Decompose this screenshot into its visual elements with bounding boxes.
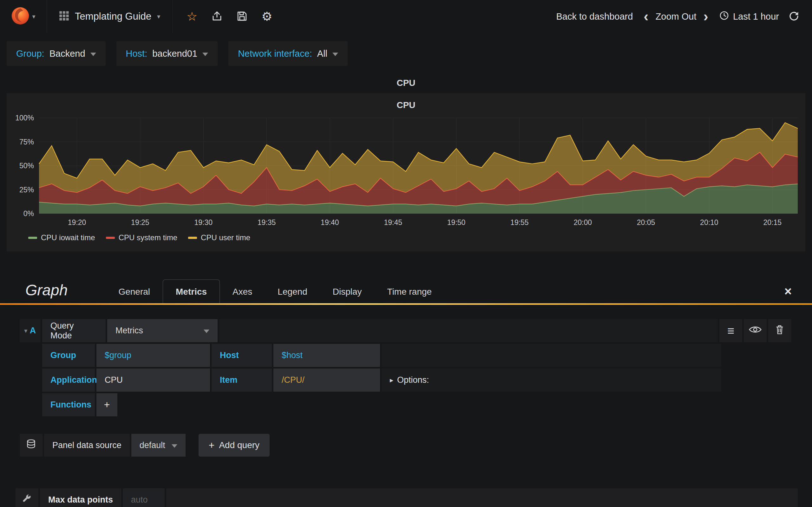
trash-icon (775, 325, 784, 337)
time-range-label: Last 1 hour (733, 11, 779, 22)
time-shift-left-button[interactable]: ‹ (642, 12, 650, 21)
add-function-button[interactable]: + (96, 393, 117, 416)
query-mode-label: Query Mode (42, 319, 106, 342)
legend-swatch-iowait (28, 237, 37, 239)
tab-legend[interactable]: Legend (265, 280, 320, 303)
save-icon (237, 11, 247, 22)
star-button[interactable]: ☆ (187, 10, 197, 22)
variable-netif-dropdown[interactable]: Network interface: All (229, 41, 348, 66)
variable-label: Group: (16, 49, 44, 59)
group-field-label: Group (42, 344, 95, 367)
cpu-stacked-area-chart[interactable]: 0%25%50%75%100%19:2019:2519:3019:3519:40… (12, 113, 800, 231)
legend-label: CPU system time (119, 233, 177, 242)
functions-label: Functions (42, 393, 95, 416)
legend-item-user[interactable]: CPU user time (188, 233, 250, 242)
query-row-filler (219, 319, 718, 342)
host-field-label: Host (212, 344, 272, 367)
dashboard-title-menu[interactable]: Templating Guide ▾ (47, 0, 172, 33)
query-mode-value: Metrics (115, 326, 143, 336)
query-delete-button[interactable] (768, 319, 791, 342)
tab-time-range[interactable]: Time range (374, 280, 445, 303)
caret-right-icon: ▸ (390, 376, 393, 384)
caret-down-icon (171, 444, 177, 448)
tab-general[interactable]: General (106, 280, 163, 303)
application-field-value: CPU (105, 375, 123, 385)
svg-text:19:20: 19:20 (68, 218, 86, 227)
grafana-logo-menu[interactable]: ▾ (0, 0, 47, 33)
time-shift-right-button[interactable]: › (702, 12, 710, 21)
time-range-picker[interactable]: Last 1 hour (719, 10, 779, 23)
variable-value: Backend (49, 49, 85, 59)
close-editor-button[interactable]: × (784, 285, 812, 303)
wrench-icon (22, 494, 32, 506)
share-icon (211, 10, 223, 23)
panel-type-label: Graph (26, 281, 106, 303)
query-row-functions: Functions + (42, 393, 791, 416)
grafana-logo-icon (11, 7, 30, 26)
query-editor: ▾ A Query Mode Metrics ≡ (0, 305, 812, 416)
share-button[interactable] (211, 10, 223, 23)
back-to-dashboard-button[interactable]: Back to dashboard (556, 11, 633, 22)
graph-panel: CPU 0%25%50%75%100%19:2019:2519:3019:351… (7, 93, 805, 251)
refresh-button[interactable] (789, 11, 799, 22)
save-button[interactable] (237, 11, 247, 22)
dashboard-grid-icon (59, 11, 69, 22)
svg-text:19:50: 19:50 (447, 218, 466, 227)
legend-swatch-user (188, 237, 197, 239)
variable-group-dropdown[interactable]: Group: Backend (7, 41, 106, 66)
datasource-icon-cell (20, 434, 43, 457)
gear-icon: ⚙ (261, 10, 272, 22)
variable-host-dropdown[interactable]: Host: backend01 (116, 41, 218, 66)
datasource-row: Panel data source default + Add query (20, 434, 791, 457)
svg-text:20:10: 20:10 (700, 218, 718, 227)
settings-button[interactable]: ⚙ (261, 10, 272, 22)
max-data-points-row: Max data points auto (15, 488, 798, 507)
group-field-input[interactable]: $group (96, 344, 210, 367)
options-label: Options: (397, 375, 429, 385)
svg-text:20:00: 20:00 (574, 218, 592, 227)
dashboard-title: Templating Guide (75, 11, 151, 22)
variable-label: Host: (126, 49, 148, 59)
host-field-value: $host (282, 350, 303, 360)
legend-item-system[interactable]: CPU system time (106, 233, 177, 242)
query-ref-toggle[interactable]: ▾ A (20, 319, 41, 342)
legend-label: CPU user time (201, 233, 250, 242)
tab-metrics[interactable]: Metrics (163, 279, 220, 303)
query-toggle-visibility-button[interactable] (744, 319, 767, 342)
caret-down-icon (90, 53, 96, 56)
svg-text:19:35: 19:35 (258, 218, 276, 227)
chart-legend: CPU iowait time CPU system time CPU user… (12, 231, 800, 242)
query-row-group-host: Group $group Host $host (42, 344, 721, 367)
legend-swatch-system (106, 237, 115, 239)
query-menu-button[interactable]: ≡ (719, 319, 742, 342)
query-ref-letter: A (30, 326, 36, 336)
editor-tabs-row: Graph General Metrics Axes Legend Displa… (0, 279, 812, 303)
caret-down-icon: ▾ (24, 328, 27, 334)
chart-title: CPU (12, 96, 800, 113)
caret-down-icon (204, 330, 209, 333)
svg-text:19:45: 19:45 (384, 218, 403, 227)
tab-axes[interactable]: Axes (220, 280, 265, 303)
legend-item-iowait[interactable]: CPU iowait time (28, 233, 95, 242)
query-mode-select[interactable]: Metrics (107, 319, 217, 342)
add-query-label: Add query (219, 440, 259, 450)
host-field-input[interactable]: $host (273, 344, 380, 367)
options-toggle[interactable]: ▸ Options: (390, 375, 429, 385)
options-row-filler: ▸ Options: (382, 369, 721, 392)
panel-title[interactable]: CPU (0, 72, 812, 93)
application-field-label: Application (42, 369, 95, 392)
tab-display[interactable]: Display (320, 280, 374, 303)
caret-down-icon: ▾ (157, 13, 160, 20)
application-field-input[interactable]: CPU (96, 369, 210, 392)
clock-icon (719, 10, 729, 23)
svg-text:50%: 50% (19, 162, 34, 170)
svg-text:19:40: 19:40 (321, 218, 339, 227)
group-field-value: $group (105, 350, 131, 360)
item-field-input[interactable]: /CPU/ (273, 369, 380, 392)
zoom-out-button[interactable]: Zoom Out (656, 11, 697, 22)
datasource-select[interactable]: default (131, 434, 186, 457)
plus-icon: + (209, 440, 215, 450)
panel-editor: Graph General Metrics Axes Legend Displa… (0, 279, 812, 507)
max-data-points-input[interactable]: auto (123, 488, 165, 507)
add-query-button[interactable]: + Add query (199, 434, 270, 457)
